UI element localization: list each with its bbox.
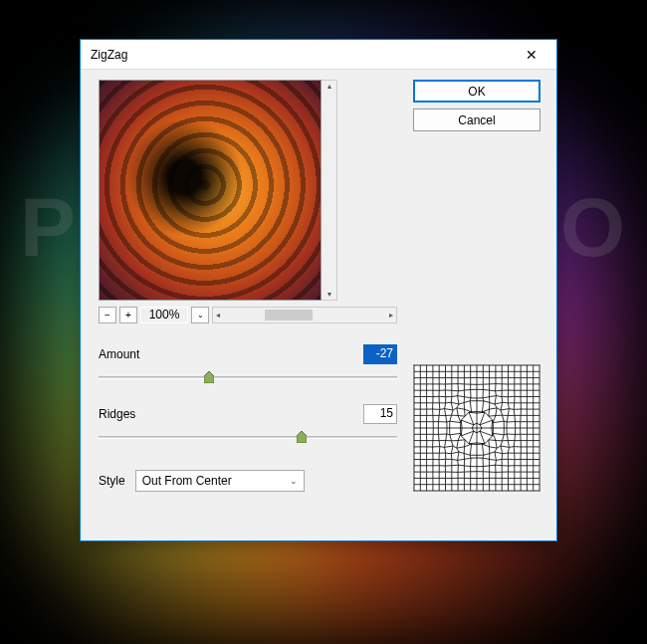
- zoom-out-button[interactable]: −: [99, 307, 116, 323]
- style-label: Style: [99, 474, 125, 488]
- zoom-dropdown[interactable]: ⌄: [191, 307, 209, 323]
- close-icon: ✕: [526, 47, 538, 63]
- scroll-up-icon[interactable]: ▴: [327, 82, 331, 91]
- dialog-title: ZigZag: [91, 48, 509, 62]
- scroll-right-icon[interactable]: ▸: [389, 311, 393, 320]
- zigzag-dialog: ZigZag ✕ ▴ ▾ − + 100% ⌄: [80, 39, 557, 541]
- ridges-label: Ridges: [99, 407, 168, 421]
- preview-image: [99, 80, 322, 301]
- amount-rail: [99, 376, 397, 379]
- close-button[interactable]: ✕: [509, 40, 554, 69]
- distortion-grid-preview: [413, 364, 540, 492]
- ridges-knob[interactable]: [297, 431, 307, 443]
- amount-knob[interactable]: [204, 371, 214, 383]
- chevron-down-icon: ⌄: [197, 311, 204, 320]
- ridges-rail: [99, 436, 397, 439]
- preview-viewport[interactable]: [99, 80, 322, 301]
- zoom-value: 100%: [140, 307, 188, 323]
- amount-input[interactable]: -27: [363, 344, 397, 364]
- chevron-down-icon: ⌄: [290, 476, 298, 486]
- preview-vscrollbar[interactable]: ▴ ▾: [322, 80, 337, 301]
- ridges-input[interactable]: 15: [363, 404, 397, 424]
- zoom-in-button[interactable]: +: [119, 307, 137, 323]
- scroll-left-icon[interactable]: ◂: [216, 311, 220, 320]
- ok-button[interactable]: OK: [413, 80, 540, 103]
- amount-slider[interactable]: [99, 370, 397, 384]
- cancel-button[interactable]: Cancel: [413, 108, 540, 131]
- style-value: Out From Center: [142, 474, 232, 488]
- preview-hscrollbar[interactable]: ◂ ▸: [212, 307, 397, 323]
- hscroll-thumb[interactable]: [265, 310, 313, 321]
- scroll-down-icon[interactable]: ▾: [327, 290, 331, 299]
- amount-label: Amount: [99, 347, 168, 361]
- ridges-slider[interactable]: [99, 430, 397, 444]
- titlebar: ZigZag ✕: [81, 40, 556, 70]
- style-select[interactable]: Out From Center ⌄: [135, 470, 305, 492]
- preview-area: ▴ ▾: [99, 80, 397, 301]
